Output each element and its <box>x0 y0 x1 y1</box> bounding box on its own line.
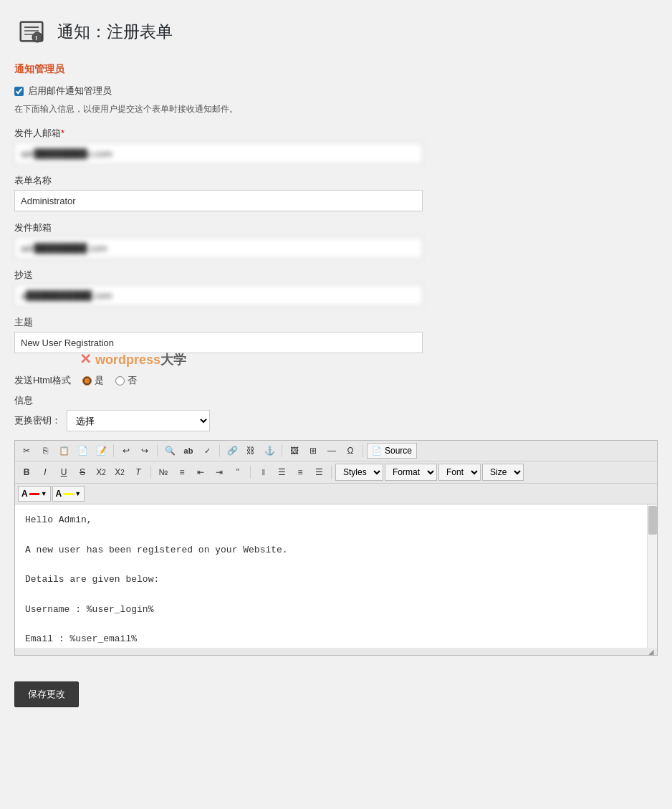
cut-btn[interactable]: ✂ <box>18 443 35 459</box>
table-btn[interactable]: ⊞ <box>304 443 322 459</box>
enable-email-checkbox[interactable] <box>14 87 24 96</box>
format-dropdown[interactable]: Format <box>385 464 437 481</box>
token-select[interactable]: 选择 <box>67 410 210 431</box>
strikethrough-btn[interactable]: S <box>74 464 91 480</box>
find-replace-btn[interactable]: ab <box>180 443 197 459</box>
token-row: 更换密钥： 选择 <box>14 410 658 431</box>
ul-btn[interactable]: ≡ <box>173 464 191 480</box>
remove-format-btn[interactable]: T <box>130 464 147 480</box>
sep7 <box>250 466 251 479</box>
toolbar-row-1: ✂ ⎘ 📋 📄 📝 ↩ ↪ 🔍 ab ✓ 🔗 ⛓ ⚓ 🖼 ⊞ ― Ω 📄 So <box>15 441 657 461</box>
cc-input[interactable] <box>14 284 423 306</box>
image-btn[interactable]: 🖼 <box>286 443 303 459</box>
redo-btn[interactable]: ↪ <box>136 443 153 459</box>
from-email-group: 发件邮箱 <box>14 221 658 259</box>
content-line-9[interactable]: Email : %user_email% <box>25 632 647 647</box>
from-email-label: 发件邮箱 <box>14 221 658 234</box>
subscript-btn[interactable]: X2 <box>92 464 110 480</box>
align-left-btn[interactable]: ⫴ <box>254 464 272 480</box>
source-btn[interactable]: 📄 Source <box>367 443 417 459</box>
indent-btn[interactable]: ⇥ <box>211 464 228 480</box>
editor-scroll-area[interactable]: Hello Admin, A new user has been registe… <box>15 504 657 648</box>
content-line-4[interactable] <box>25 557 647 573</box>
align-center-btn[interactable]: ☰ <box>273 464 290 480</box>
token-label: 更换密钥： <box>14 414 61 427</box>
save-button[interactable]: 保存更改 <box>14 681 79 707</box>
enable-email-label[interactable]: 启用邮件通知管理员 <box>28 85 112 97</box>
hline-btn[interactable]: ― <box>323 443 340 459</box>
paste-text-btn[interactable]: 📄 <box>74 443 91 459</box>
text-color-swatch <box>29 493 39 495</box>
italic-btn[interactable]: I <box>37 464 54 480</box>
bold-btn[interactable]: B <box>18 464 35 480</box>
enable-email-row[interactable]: 启用邮件通知管理员 <box>14 85 658 97</box>
ol-btn[interactable]: № <box>155 464 172 480</box>
form-name-group: 表单名称 <box>14 174 658 211</box>
paste-btn[interactable]: 📋 <box>55 443 72 459</box>
subject-input[interactable] <box>14 332 423 353</box>
editor-resize-handle[interactable] <box>15 648 657 655</box>
page-header: ! 通知：注册表单 <box>14 14 658 49</box>
toolbar-row-3: A ▼ A ▼ <box>15 484 657 504</box>
content-line-10[interactable] <box>25 647 647 648</box>
align-justify-btn[interactable]: ☰ <box>310 464 327 480</box>
editor-content[interactable]: Hello Admin, A new user has been registe… <box>15 504 657 648</box>
spellcheck-btn[interactable]: ✓ <box>198 443 216 459</box>
content-line-3[interactable]: A new user has been registered on your W… <box>25 543 647 558</box>
sep3 <box>219 444 220 457</box>
undo-btn[interactable]: ↩ <box>117 443 135 459</box>
blockquote-btn[interactable]: " <box>229 464 246 480</box>
sender-email-label: 发件人邮箱* <box>14 127 658 140</box>
unlink-btn[interactable]: ⛓ <box>242 443 259 459</box>
sep8 <box>331 466 332 479</box>
content-line-1[interactable]: Hello Admin, <box>25 513 647 528</box>
cc-label: 抄送 <box>14 269 658 282</box>
subject-label: 主题 <box>14 316 658 329</box>
editor-container: ✂ ⎘ 📋 📄 📝 ↩ ↪ 🔍 ab ✓ 🔗 ⛓ ⚓ 🖼 ⊞ ― Ω 📄 So <box>14 440 658 656</box>
paste-word-btn[interactable]: 📝 <box>92 443 110 459</box>
font-dropdown[interactable]: Font <box>438 464 481 481</box>
size-dropdown[interactable]: Size <box>482 464 524 481</box>
content-line-6[interactable] <box>25 588 647 603</box>
copy-btn[interactable]: ⎘ <box>37 443 54 459</box>
bg-color-icon: A <box>56 489 62 499</box>
section-title: 通知管理员 <box>14 63 658 76</box>
underline-btn[interactable]: U <box>55 464 72 480</box>
radio-no-label[interactable]: 否 <box>115 374 137 387</box>
content-line-7[interactable]: Username : %user_login% <box>25 603 647 618</box>
text-color-btn[interactable]: A ▼ <box>18 486 51 502</box>
bg-color-btn[interactable]: A ▼ <box>52 486 85 502</box>
source-icon: 📄 <box>372 446 382 456</box>
subject-group: 主题 <box>14 316 658 353</box>
form-name-input[interactable] <box>14 190 423 211</box>
sender-email-group: 发件人邮箱* <box>14 127 658 164</box>
radio-yes-label[interactable]: 是 <box>82 374 104 387</box>
link-btn[interactable]: 🔗 <box>224 443 241 459</box>
styles-dropdown[interactable]: Styles <box>335 464 383 481</box>
scrollbar-thumb[interactable] <box>648 506 657 535</box>
message-label: 信息 <box>14 394 658 407</box>
radio-no[interactable] <box>115 376 125 386</box>
from-email-input[interactable] <box>14 237 423 259</box>
content-line-8[interactable] <box>25 618 647 633</box>
content-line-2[interactable] <box>25 528 647 543</box>
cc-group: 抄送 <box>14 269 658 306</box>
align-right-btn[interactable]: ≡ <box>292 464 309 480</box>
anchor-btn[interactable]: ⚓ <box>261 443 278 459</box>
superscript-btn[interactable]: X2 <box>111 464 128 480</box>
sep1 <box>113 444 114 457</box>
radio-yes[interactable] <box>82 376 92 386</box>
text-color-icon: A <box>21 489 28 499</box>
find-btn[interactable]: 🔍 <box>161 443 178 459</box>
text-color-arrow[interactable]: ▼ <box>41 490 47 497</box>
send-html-label: 发送Html格式 <box>14 374 71 387</box>
content-line-5[interactable]: Details are given below: <box>25 573 647 588</box>
sep4 <box>282 444 282 457</box>
svg-point-5 <box>32 32 42 42</box>
special-char-btn[interactable]: Ω <box>342 443 359 459</box>
sep6 <box>150 466 151 479</box>
outdent-btn[interactable]: ⇤ <box>192 464 209 480</box>
form-name-label: 表单名称 <box>14 174 658 187</box>
sender-email-input[interactable] <box>14 143 423 164</box>
bg-color-arrow[interactable]: ▼ <box>75 490 81 497</box>
